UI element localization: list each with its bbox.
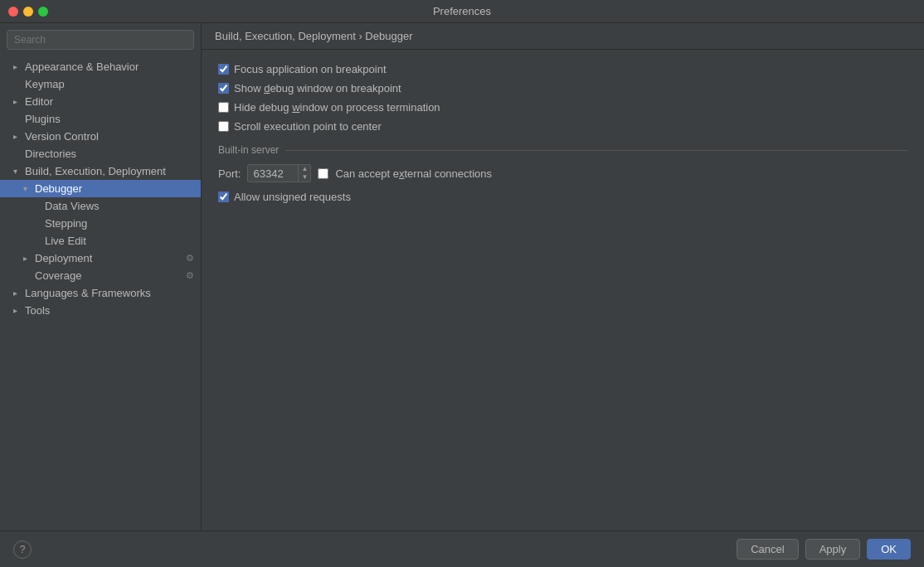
window-controls[interactable] bbox=[8, 7, 48, 17]
focus-app-label[interactable]: Focus application on breakpoint bbox=[234, 63, 387, 75]
settings-icon: ⚙ bbox=[186, 270, 194, 281]
sidebar-item-label: Stepping bbox=[45, 217, 87, 230]
port-label: Port: bbox=[218, 167, 241, 180]
sidebar-item-debugger[interactable]: Debugger bbox=[0, 180, 201, 197]
allow-unsigned-label[interactable]: Allow unsigned requests bbox=[234, 191, 351, 203]
checkbox-row-focus: Focus application on breakpoint bbox=[218, 63, 907, 75]
arrow-icon bbox=[13, 62, 22, 71]
ok-button[interactable]: OK bbox=[867, 539, 911, 560]
arrow-icon bbox=[23, 254, 32, 263]
window-title: Preferences bbox=[433, 5, 491, 17]
sidebar-item-label: Directories bbox=[25, 148, 76, 160]
settings-panel: Focus application on breakpoint Show deb… bbox=[202, 50, 924, 531]
checkbox-row-hide-debug: Hide debug window on process termination bbox=[218, 101, 907, 114]
builtin-server-label: Built-in server bbox=[218, 144, 279, 156]
content-area: Appearance & Behavior Keymap Editor Plug… bbox=[0, 23, 924, 531]
sidebar-item-label: Editor bbox=[25, 95, 53, 108]
hide-debug-checkbox[interactable] bbox=[218, 102, 229, 113]
help-button[interactable]: ? bbox=[13, 540, 32, 559]
checkbox-row-allow-unsigned: Allow unsigned requests bbox=[218, 191, 907, 203]
sidebar: Appearance & Behavior Keymap Editor Plug… bbox=[0, 23, 202, 531]
cancel-button[interactable]: Cancel bbox=[737, 539, 798, 560]
sidebar-item-build-exec-deploy[interactable]: Build, Execution, Deployment bbox=[0, 162, 201, 180]
sidebar-item-label: Data Views bbox=[45, 200, 100, 212]
sidebar-item-label: Coverage bbox=[35, 269, 81, 282]
port-row: Port: ▲ ▼ Can accept external connection… bbox=[218, 164, 907, 182]
sidebar-item-label: Appearance & Behavior bbox=[25, 61, 139, 73]
apply-button[interactable]: Apply bbox=[805, 539, 861, 560]
sidebar-item-label: Build, Execution, Deployment bbox=[25, 165, 166, 177]
scroll-exec-label[interactable]: Scroll execution point to center bbox=[234, 120, 382, 133]
divider-line bbox=[285, 150, 907, 151]
sidebar-item-tools[interactable]: Tools bbox=[0, 302, 201, 319]
arrow-icon bbox=[13, 306, 22, 315]
arrow-icon bbox=[23, 184, 32, 193]
can-accept-checkbox[interactable] bbox=[318, 168, 328, 179]
main-content: Build, Execution, Deployment › Debugger … bbox=[202, 23, 924, 531]
sidebar-item-languages-frameworks[interactable]: Languages & Frameworks bbox=[0, 284, 201, 302]
show-debug-label[interactable]: Show debug window on breakpoint bbox=[234, 82, 401, 94]
port-input-wrapper: ▲ ▼ bbox=[247, 164, 311, 182]
allow-unsigned-checkbox[interactable] bbox=[218, 191, 229, 202]
sidebar-item-keymap[interactable]: Keymap bbox=[0, 75, 201, 93]
arrow-icon bbox=[13, 132, 22, 141]
sidebar-item-label: Tools bbox=[25, 304, 50, 317]
can-accept-label[interactable]: Can accept external connections bbox=[335, 167, 492, 180]
arrow-icon bbox=[13, 97, 22, 106]
sidebar-item-deployment[interactable]: Deployment ⚙ bbox=[0, 250, 201, 267]
builtin-server-section: Built-in server bbox=[218, 144, 907, 156]
arrow-icon bbox=[13, 288, 22, 298]
focus-app-checkbox[interactable] bbox=[218, 64, 229, 75]
show-debug-checkbox[interactable] bbox=[218, 83, 229, 94]
maximize-button[interactable] bbox=[38, 7, 48, 17]
bottom-bar: ? Cancel Apply OK bbox=[0, 531, 924, 567]
checkbox-row-show-debug: Show debug window on breakpoint bbox=[218, 82, 907, 94]
sidebar-item-label: Debugger bbox=[35, 182, 82, 195]
breadcrumb: Build, Execution, Deployment › Debugger bbox=[202, 23, 924, 50]
sidebar-item-label: Version Control bbox=[25, 130, 99, 143]
title-bar: Preferences bbox=[0, 0, 924, 23]
hide-debug-label[interactable]: Hide debug window on process termination bbox=[234, 101, 440, 114]
sidebar-item-live-edit[interactable]: Live Edit bbox=[0, 232, 201, 250]
search-input[interactable] bbox=[7, 30, 194, 50]
main-container: Appearance & Behavior Keymap Editor Plug… bbox=[0, 23, 924, 567]
sidebar-item-label: Keymap bbox=[25, 78, 65, 90]
settings-icon: ⚙ bbox=[186, 253, 194, 264]
port-input[interactable] bbox=[248, 166, 298, 182]
sidebar-item-data-views[interactable]: Data Views bbox=[0, 197, 201, 215]
sidebar-item-label: Deployment bbox=[35, 252, 92, 264]
bottom-left: ? bbox=[13, 540, 32, 559]
nav-tree: Appearance & Behavior Keymap Editor Plug… bbox=[0, 56, 201, 531]
port-spinner: ▲ ▼ bbox=[298, 165, 310, 182]
sidebar-item-label: Live Edit bbox=[45, 235, 86, 247]
bottom-right: Cancel Apply OK bbox=[737, 539, 911, 560]
close-button[interactable] bbox=[8, 7, 18, 17]
sidebar-item-stepping[interactable]: Stepping bbox=[0, 215, 201, 232]
sidebar-item-version-control[interactable]: Version Control bbox=[0, 128, 201, 145]
checkbox-row-scroll-exec: Scroll execution point to center bbox=[218, 120, 907, 133]
arrow-icon bbox=[13, 167, 22, 176]
sidebar-item-editor[interactable]: Editor bbox=[0, 93, 201, 110]
spinner-up-button[interactable]: ▲ bbox=[299, 165, 310, 173]
sidebar-item-plugins[interactable]: Plugins bbox=[0, 110, 201, 128]
spinner-down-button[interactable]: ▼ bbox=[299, 173, 310, 182]
sidebar-item-directories[interactable]: Directories bbox=[0, 145, 201, 162]
minimize-button[interactable] bbox=[23, 7, 33, 17]
sidebar-item-appearance[interactable]: Appearance & Behavior bbox=[0, 58, 201, 75]
sidebar-item-label: Languages & Frameworks bbox=[25, 287, 151, 299]
sidebar-item-coverage[interactable]: Coverage ⚙ bbox=[0, 267, 201, 284]
sidebar-item-label: Plugins bbox=[25, 113, 61, 125]
scroll-exec-checkbox[interactable] bbox=[218, 121, 229, 132]
